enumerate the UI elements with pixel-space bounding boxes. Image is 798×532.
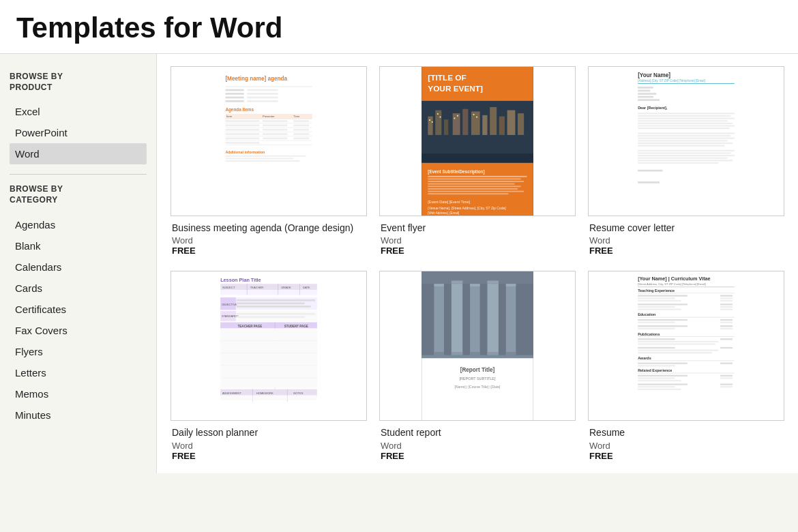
svg-rect-119 xyxy=(220,291,317,295)
svg-text:Item: Item xyxy=(226,115,233,119)
template-card-daily-lesson-planner[interactable]: Lesson Plan Title SUBJECT TEACHER GRADE … xyxy=(171,271,367,460)
sidebar-item-cards[interactable]: Cards xyxy=(10,278,147,299)
svg-rect-169 xyxy=(470,284,480,355)
browse-by-product-label: BROWSE BYPRODUCT xyxy=(10,72,147,93)
svg-rect-85 xyxy=(638,87,653,89)
svg-rect-62 xyxy=(440,117,441,118)
sidebar-item-blank[interactable]: Blank xyxy=(10,235,147,256)
svg-rect-92 xyxy=(638,115,730,117)
svg-rect-37 xyxy=(225,142,259,144)
svg-rect-56 xyxy=(499,117,505,135)
template-name-event-flyer: Event flyer xyxy=(381,222,574,234)
sidebar-item-agendas[interactable]: Agendas xyxy=(10,214,147,235)
svg-rect-109 xyxy=(638,162,718,164)
svg-text:[TITLE OF: [TITLE OF xyxy=(428,73,466,83)
templates-grid: [Meeting name] agenda Agenda Items xyxy=(171,66,784,460)
svg-rect-42 xyxy=(225,160,299,162)
svg-rect-214 xyxy=(638,338,675,340)
svg-rect-233 xyxy=(638,380,681,381)
svg-rect-22 xyxy=(263,125,287,127)
svg-rect-102 xyxy=(638,143,733,144)
template-card-event-flyer[interactable]: [TITLE OF YOUR EVENT] xyxy=(379,66,576,256)
svg-rect-76 xyxy=(428,191,524,192)
template-thumbnail-flyer: [TITLE OF YOUR EVENT] xyxy=(379,66,576,216)
svg-rect-111 xyxy=(638,181,660,183)
svg-rect-40 xyxy=(225,156,306,157)
svg-rect-0 xyxy=(213,67,325,216)
sidebar-item-minutes[interactable]: Minutes xyxy=(10,404,147,426)
svg-rect-151 xyxy=(275,379,317,389)
sidebar-item-fax-covers[interactable]: Fax Covers xyxy=(10,320,147,341)
template-thumbnail-resume-cover: [Your Name] [Address] [City, ST ZIP Code… xyxy=(588,66,784,216)
template-card-business-meeting-agenda[interactable]: [Meeting name] agenda Agenda Items xyxy=(171,66,367,256)
sidebar-item-calendars[interactable]: Calendars xyxy=(10,256,147,278)
template-price-resume: FREE xyxy=(589,451,783,461)
svg-rect-219 xyxy=(720,347,733,349)
svg-rect-61 xyxy=(437,113,439,115)
svg-text:TEACHER: TEACHER xyxy=(250,286,264,290)
svg-rect-23 xyxy=(293,125,309,127)
svg-rect-51 xyxy=(453,113,460,135)
svg-rect-217 xyxy=(638,344,715,345)
svg-rect-89 xyxy=(638,99,660,101)
template-product-business-meeting-agenda: Word xyxy=(172,235,366,246)
svg-rect-105 xyxy=(638,153,730,154)
svg-rect-58 xyxy=(518,113,524,135)
svg-rect-75 xyxy=(428,188,518,190)
svg-rect-95 xyxy=(638,123,733,124)
svg-rect-106 xyxy=(638,155,735,156)
svg-rect-235 xyxy=(720,384,733,385)
svg-rect-110 xyxy=(638,170,662,172)
svg-rect-64 xyxy=(457,115,458,117)
svg-rect-35 xyxy=(293,138,309,140)
sidebar-item-powerpoint[interactable]: PowerPoint xyxy=(10,122,147,143)
template-card-resume[interactable]: [Your Name] | Curriculum Vitae [Street A… xyxy=(588,271,784,460)
svg-rect-53 xyxy=(471,112,480,136)
svg-rect-221 xyxy=(638,352,712,353)
svg-text:SUBJECT: SUBJECT xyxy=(222,286,235,290)
browse-by-category-label: BROWSE BYCATEGORY xyxy=(10,184,147,205)
svg-rect-209 xyxy=(720,325,733,327)
svg-rect-41 xyxy=(225,158,293,160)
template-price-business-meeting-agenda: FREE xyxy=(172,246,366,256)
svg-rect-30 xyxy=(263,133,287,135)
template-price-daily-lesson-planner: FREE xyxy=(172,451,366,461)
svg-text:OBJECTIVE: OBJECTIVE xyxy=(222,303,237,306)
template-card-resume-cover-letter[interactable]: [Your Name] [Address] [City, ST ZIP Code… xyxy=(588,66,784,256)
svg-rect-132 xyxy=(237,313,315,315)
svg-rect-141 xyxy=(220,341,275,353)
svg-rect-195 xyxy=(720,300,733,301)
svg-rect-196 xyxy=(638,304,688,306)
svg-rect-158 xyxy=(220,396,252,400)
sidebar-item-letters[interactable]: Letters xyxy=(10,362,147,383)
sidebar-item-word[interactable]: Word xyxy=(10,143,147,164)
sidebar-item-memos[interactable]: Memos xyxy=(10,383,147,404)
svg-rect-220 xyxy=(638,350,718,351)
svg-rect-31 xyxy=(293,133,309,135)
svg-rect-27 xyxy=(293,129,309,131)
svg-rect-147 xyxy=(220,366,275,378)
template-name-business-meeting-agenda: Business meeting agenda (Orange design) xyxy=(172,222,366,234)
svg-rect-65 xyxy=(473,114,475,115)
sidebar-item-excel[interactable]: Excel xyxy=(10,101,147,122)
svg-text:[Event Subtitle/Description]: [Event Subtitle/Description] xyxy=(428,169,484,175)
svg-rect-176 xyxy=(506,284,516,287)
svg-text:TEACHER PAGE: TEACHER PAGE xyxy=(238,325,263,328)
sidebar-item-certificates[interactable]: Certificates xyxy=(10,299,147,320)
sidebar-item-flyers[interactable]: Flyers xyxy=(10,341,147,362)
svg-rect-10 xyxy=(247,100,278,102)
template-price-resume-cover-letter: FREE xyxy=(589,246,783,256)
svg-rect-184 xyxy=(630,271,742,420)
template-card-student-report[interactable]: [Report Title] [REPORT SUBTITLE] [Name] … xyxy=(379,271,576,460)
svg-rect-204 xyxy=(638,319,688,321)
svg-text:Related Experience: Related Experience xyxy=(638,369,672,373)
svg-rect-57 xyxy=(507,110,516,135)
svg-text:Agenda Items: Agenda Items xyxy=(225,108,254,113)
svg-text:NOTES: NOTES xyxy=(293,391,303,395)
svg-rect-166 xyxy=(452,281,462,355)
svg-rect-33 xyxy=(225,138,259,140)
template-product-resume: Word xyxy=(589,441,783,451)
svg-rect-70 xyxy=(428,176,527,177)
svg-rect-193 xyxy=(720,298,733,299)
sidebar-divider-1 xyxy=(10,174,147,175)
